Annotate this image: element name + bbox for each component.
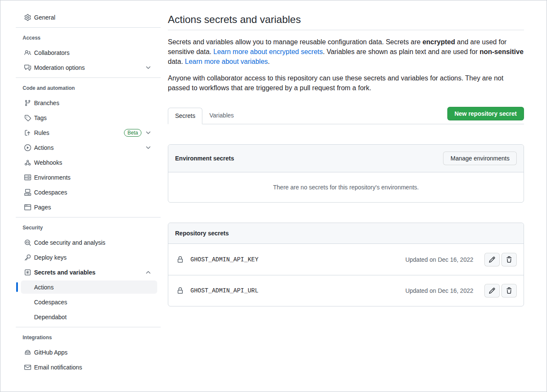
tab-variables[interactable]: Variables [202,108,240,124]
sidebar-subitem-label: Actions [34,284,54,291]
lock-icon [177,287,184,294]
play-icon [24,144,31,151]
secret-name: GHOST_ADMIN_API_KEY [190,256,259,263]
sidebar-item-label: Code security and analysis [34,239,152,246]
sidebar-item-label: Actions [34,144,141,151]
sidebar-subitem-dependabot[interactable]: Dependabot [21,310,157,323]
environment-secrets-empty-text: There are no secrets for this repository… [168,172,524,202]
hubot-icon [24,349,31,356]
codespaces-icon [24,189,31,196]
people-icon [24,49,31,56]
sidebar-item-environments[interactable]: Environments [16,171,157,184]
manage-environments-button[interactable]: Manage environments [443,152,517,165]
sidebar-subitem-label: Dependabot [34,314,66,320]
sidebar-item-label: Webhooks [34,159,152,166]
repository-secrets-title: Repository secrets [175,230,229,237]
secret-updated: Updated on Dec 16, 2022 [405,256,473,263]
trash-icon [506,287,512,294]
tabs: Secrets Variables [168,108,241,124]
sidebar-item-label: Tags [34,114,152,121]
secret-updated: Updated on Dec 16, 2022 [405,287,473,294]
sidebar-item-label: Codespaces [34,189,152,196]
new-repository-secret-button[interactable]: New repository secret [447,107,524,120]
chevron-down-icon [145,144,152,151]
sidebar-item-github-apps[interactable]: GitHub Apps [16,346,157,359]
sidebar-subitem-actions[interactable]: Actions [21,280,157,294]
sidebar-divider [16,327,161,327]
repository-secrets-header: Repository secrets [168,223,524,244]
sidebar-item-label: Environments [34,174,152,181]
sidebar-item-actions[interactable]: Actions [16,141,157,154]
sidebar-item-code-security[interactable]: Code security and analysis [16,236,157,249]
sidebar-item-email-notifications[interactable]: Email notifications [16,361,157,374]
sidebar-item-label: Secrets and variables [34,269,141,276]
environment-secrets-header: Environment secrets Manage environments [168,145,524,172]
git-branch-icon [24,100,31,106]
sidebar-item-general[interactable]: General [16,11,157,24]
browser-icon [24,204,31,211]
sidebar-item-moderation-options[interactable]: Moderation options [16,61,157,74]
sidebar-item-label: Deploy keys [34,254,152,261]
environment-secrets-card: Environment secrets Manage environments … [168,144,524,203]
sidebar-item-webhooks[interactable]: Webhooks [16,156,157,169]
sidebar-item-label: Moderation options [34,64,141,71]
mail-icon [24,364,31,371]
sidebar-item-tags[interactable]: Tags [16,111,157,124]
lock-icon [177,256,184,263]
sidebar-item-label: Rules [34,129,124,136]
main-content: Actions secrets and variables Secrets an… [161,0,547,392]
sidebar-item-pages[interactable]: Pages [16,200,157,214]
intro-paragraph: Secrets and variables allow you to manag… [168,37,524,66]
tab-secrets[interactable]: Secrets [168,108,202,124]
collaborator-paragraph: Anyone with collaborator access to this … [168,73,524,93]
secret-row: GHOST_ADMIN_API_KEY Updated on Dec 16, 2… [168,244,524,275]
inline-link[interactable]: Learn more about variables [185,58,268,65]
sidebar-item-secrets-and-variables[interactable]: Secrets and variables [16,266,157,279]
sidebar-item-label: Collaborators [34,49,152,56]
sidebar-item-rules[interactable]: Rules Beta [16,126,157,139]
key-icon [24,254,31,261]
secrets-variables-tabnav: Secrets Variables New repository secret [168,107,524,124]
sidebar-divider [16,27,161,28]
delete-secret-button[interactable] [501,253,517,266]
sidebar-item-branches[interactable]: Branches [16,96,157,109]
beta-badge: Beta [124,129,141,137]
edit-secret-button[interactable] [484,253,500,266]
rules-icon [24,129,31,136]
page-title: Actions secrets and variables [168,13,524,26]
settings-sidebar: General Access Collaborators Moderation … [0,0,161,392]
chevron-down-icon [145,64,152,71]
chevron-up-icon [145,269,152,276]
sidebar-item-collaborators[interactable]: Collaborators [16,46,157,59]
sidebar-item-deploy-keys[interactable]: Deploy keys [16,251,157,264]
comment-discussion-icon [24,64,31,71]
sidebar-subitem-codespaces[interactable]: Codespaces [21,295,157,309]
sidebar-item-label: Email notifications [34,364,152,371]
trash-icon [506,256,512,263]
pencil-icon [489,287,495,294]
sidebar-section-title-security: Security [16,221,157,234]
sidebar-divider [16,217,161,217]
sidebar-divider [16,77,161,78]
environment-secrets-title: Environment secrets [175,155,234,162]
secret-name: GHOST_ADMIN_API_URL [190,287,259,294]
webhook-icon [24,159,31,166]
chevron-down-icon [145,129,152,136]
sidebar-section-title-integrations: Integrations [16,331,157,344]
gear-icon [24,14,31,21]
sidebar-item-label: GitHub Apps [34,349,152,356]
sidebar-item-label: Pages [34,204,152,211]
server-icon [24,174,31,181]
repository-secrets-card: Repository secrets GHOST_ADMIN_API_KEY U… [168,223,524,306]
sidebar-item-codespaces[interactable]: Codespaces [16,186,157,199]
delete-secret-button[interactable] [501,284,517,298]
edit-secret-button[interactable] [484,284,500,298]
secret-row: GHOST_ADMIN_API_URL Updated on Dec 16, 2… [168,275,524,306]
key-asterisk-icon [24,269,31,276]
codescan-icon [24,239,31,246]
sidebar-item-label: Branches [34,100,152,106]
sidebar-subitem-label: Codespaces [34,299,67,306]
sidebar-section-title-code-automation: Code and automation [16,81,157,94]
sidebar-item-label: General [34,14,152,21]
inline-link[interactable]: Learn more about encrypted secrets [213,48,323,55]
